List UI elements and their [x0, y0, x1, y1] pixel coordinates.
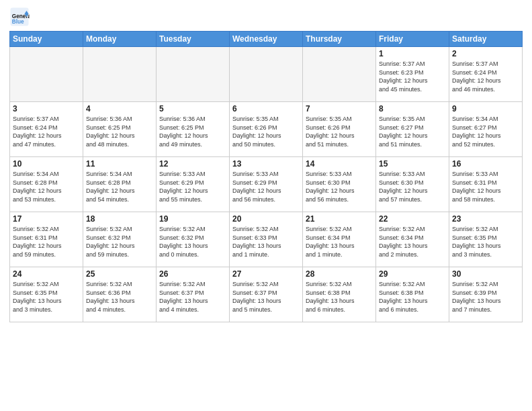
calendar-cell: 22Sunrise: 5:32 AM Sunset: 6:34 PM Dayli… — [376, 212, 449, 267]
day-number: 26 — [159, 269, 226, 279]
weekday-header-wednesday: Wednesday — [230, 32, 303, 47]
day-info: Sunrise: 5:36 AM Sunset: 6:25 PM Dayligh… — [159, 115, 226, 148]
day-number: 28 — [306, 269, 373, 279]
day-info: Sunrise: 5:32 AM Sunset: 6:38 PM Dayligh… — [379, 280, 446, 314]
calendar-cell — [303, 47, 376, 102]
logo-icon: General Blue — [9, 7, 30, 27]
calendar-cell: 6Sunrise: 5:35 AM Sunset: 6:26 PM Daylig… — [230, 102, 303, 157]
calendar-cell: 3Sunrise: 5:37 AM Sunset: 6:24 PM Daylig… — [10, 102, 83, 157]
weekday-header-friday: Friday — [376, 32, 449, 47]
day-number: 1 — [379, 49, 446, 58]
page: General Blue SundayMondayTuesdayWednesda… — [0, 0, 532, 411]
day-number: 18 — [86, 214, 153, 224]
day-info: Sunrise: 5:32 AM Sunset: 6:34 PM Dayligh… — [306, 225, 373, 259]
day-info: Sunrise: 5:35 AM Sunset: 6:26 PM Dayligh… — [306, 115, 373, 148]
day-number: 17 — [13, 214, 80, 224]
weekday-header-sunday: Sunday — [10, 32, 83, 47]
week-row-5: 24Sunrise: 5:32 AM Sunset: 6:35 PM Dayli… — [10, 267, 523, 322]
weekday-header-row: SundayMondayTuesdayWednesdayThursdayFrid… — [10, 32, 523, 47]
day-info: Sunrise: 5:32 AM Sunset: 6:33 PM Dayligh… — [232, 225, 300, 259]
day-number: 20 — [232, 214, 300, 224]
day-info: Sunrise: 5:34 AM Sunset: 6:28 PM Dayligh… — [86, 170, 153, 203]
day-info: Sunrise: 5:33 AM Sunset: 6:31 PM Dayligh… — [452, 170, 519, 203]
day-info: Sunrise: 5:33 AM Sunset: 6:30 PM Dayligh… — [379, 170, 446, 203]
calendar-cell: 16Sunrise: 5:33 AM Sunset: 6:31 PM Dayli… — [449, 157, 523, 212]
day-info: Sunrise: 5:32 AM Sunset: 6:34 PM Dayligh… — [379, 225, 446, 259]
day-number: 7 — [306, 104, 373, 113]
weekday-header-saturday: Saturday — [449, 32, 523, 47]
day-number: 13 — [232, 159, 300, 169]
day-number: 3 — [13, 104, 80, 113]
day-info: Sunrise: 5:36 AM Sunset: 6:25 PM Dayligh… — [86, 115, 153, 148]
day-number: 11 — [86, 159, 153, 169]
calendar-cell — [157, 47, 230, 102]
calendar-cell: 8Sunrise: 5:35 AM Sunset: 6:27 PM Daylig… — [376, 102, 449, 157]
day-number: 22 — [379, 214, 446, 224]
calendar-cell: 7Sunrise: 5:35 AM Sunset: 6:26 PM Daylig… — [303, 102, 376, 157]
day-info: Sunrise: 5:32 AM Sunset: 6:38 PM Dayligh… — [306, 280, 373, 314]
calendar-cell: 28Sunrise: 5:32 AM Sunset: 6:38 PM Dayli… — [303, 267, 376, 322]
day-number: 30 — [452, 269, 519, 279]
calendar-cell: 12Sunrise: 5:33 AM Sunset: 6:29 PM Dayli… — [157, 157, 230, 212]
day-info: Sunrise: 5:35 AM Sunset: 6:26 PM Dayligh… — [232, 115, 300, 148]
day-info: Sunrise: 5:34 AM Sunset: 6:28 PM Dayligh… — [13, 170, 80, 203]
day-info: Sunrise: 5:32 AM Sunset: 6:31 PM Dayligh… — [13, 225, 80, 259]
calendar-cell — [10, 47, 83, 102]
calendar-cell: 10Sunrise: 5:34 AM Sunset: 6:28 PM Dayli… — [10, 157, 83, 212]
day-number: 2 — [452, 49, 519, 58]
day-number: 10 — [13, 159, 80, 169]
calendar-cell: 13Sunrise: 5:33 AM Sunset: 6:29 PM Dayli… — [230, 157, 303, 212]
svg-text:Blue: Blue — [12, 19, 24, 25]
calendar-cell: 15Sunrise: 5:33 AM Sunset: 6:30 PM Dayli… — [376, 157, 449, 212]
day-number: 15 — [379, 159, 446, 169]
week-row-3: 10Sunrise: 5:34 AM Sunset: 6:28 PM Dayli… — [10, 157, 523, 212]
day-info: Sunrise: 5:33 AM Sunset: 6:30 PM Dayligh… — [306, 170, 373, 203]
logo: General Blue — [9, 7, 32, 27]
day-info: Sunrise: 5:34 AM Sunset: 6:27 PM Dayligh… — [452, 115, 519, 148]
calendar-cell: 23Sunrise: 5:32 AM Sunset: 6:35 PM Dayli… — [449, 212, 523, 267]
week-row-4: 17Sunrise: 5:32 AM Sunset: 6:31 PM Dayli… — [10, 212, 523, 267]
day-number: 12 — [159, 159, 226, 169]
day-number: 29 — [379, 269, 446, 279]
header: General Blue — [9, 7, 523, 27]
day-number: 21 — [306, 214, 373, 224]
calendar-cell: 4Sunrise: 5:36 AM Sunset: 6:25 PM Daylig… — [83, 102, 157, 157]
day-info: Sunrise: 5:37 AM Sunset: 6:24 PM Dayligh… — [13, 115, 80, 148]
week-row-1: 1Sunrise: 5:37 AM Sunset: 6:23 PM Daylig… — [10, 47, 523, 102]
day-info: Sunrise: 5:33 AM Sunset: 6:29 PM Dayligh… — [232, 170, 300, 203]
calendar-cell: 5Sunrise: 5:36 AM Sunset: 6:25 PM Daylig… — [157, 102, 230, 157]
calendar-cell: 1Sunrise: 5:37 AM Sunset: 6:23 PM Daylig… — [376, 47, 449, 102]
day-number: 9 — [452, 104, 519, 113]
day-info: Sunrise: 5:33 AM Sunset: 6:29 PM Dayligh… — [159, 170, 226, 203]
weekday-header-monday: Monday — [83, 32, 157, 47]
day-info: Sunrise: 5:32 AM Sunset: 6:37 PM Dayligh… — [232, 280, 300, 314]
day-number: 23 — [452, 214, 519, 224]
calendar-cell: 30Sunrise: 5:32 AM Sunset: 6:39 PM Dayli… — [449, 267, 523, 322]
day-number: 14 — [306, 159, 373, 169]
day-info: Sunrise: 5:32 AM Sunset: 6:37 PM Dayligh… — [159, 280, 226, 314]
day-number: 24 — [13, 269, 80, 279]
calendar-cell: 11Sunrise: 5:34 AM Sunset: 6:28 PM Dayli… — [83, 157, 157, 212]
day-info: Sunrise: 5:32 AM Sunset: 6:35 PM Dayligh… — [13, 280, 80, 314]
calendar-cell — [230, 47, 303, 102]
weekday-header-tuesday: Tuesday — [157, 32, 230, 47]
day-info: Sunrise: 5:32 AM Sunset: 6:36 PM Dayligh… — [86, 280, 153, 314]
calendar-cell: 20Sunrise: 5:32 AM Sunset: 6:33 PM Dayli… — [230, 212, 303, 267]
calendar-cell: 19Sunrise: 5:32 AM Sunset: 6:32 PM Dayli… — [157, 212, 230, 267]
day-info: Sunrise: 5:37 AM Sunset: 6:24 PM Dayligh… — [452, 60, 519, 93]
day-info: Sunrise: 5:35 AM Sunset: 6:27 PM Dayligh… — [379, 115, 446, 148]
day-number: 16 — [452, 159, 519, 169]
day-info: Sunrise: 5:37 AM Sunset: 6:23 PM Dayligh… — [379, 60, 446, 93]
calendar-cell: 2Sunrise: 5:37 AM Sunset: 6:24 PM Daylig… — [449, 47, 523, 102]
calendar-cell: 18Sunrise: 5:32 AM Sunset: 6:32 PM Dayli… — [83, 212, 157, 267]
day-info: Sunrise: 5:32 AM Sunset: 6:35 PM Dayligh… — [452, 225, 519, 259]
calendar-cell: 29Sunrise: 5:32 AM Sunset: 6:38 PM Dayli… — [376, 267, 449, 322]
day-info: Sunrise: 5:32 AM Sunset: 6:39 PM Dayligh… — [452, 280, 519, 314]
calendar: SundayMondayTuesdayWednesdayThursdayFrid… — [9, 31, 523, 322]
calendar-cell: 26Sunrise: 5:32 AM Sunset: 6:37 PM Dayli… — [157, 267, 230, 322]
day-number: 5 — [159, 104, 226, 113]
day-info: Sunrise: 5:32 AM Sunset: 6:32 PM Dayligh… — [86, 225, 153, 259]
calendar-cell: 9Sunrise: 5:34 AM Sunset: 6:27 PM Daylig… — [449, 102, 523, 157]
calendar-cell — [83, 47, 157, 102]
calendar-cell: 24Sunrise: 5:32 AM Sunset: 6:35 PM Dayli… — [10, 267, 83, 322]
